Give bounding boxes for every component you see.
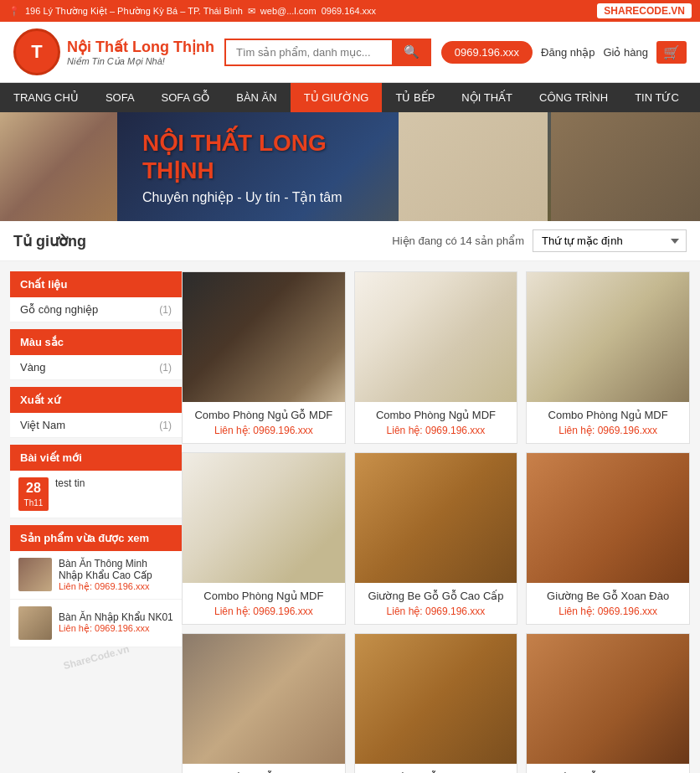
product-name: Giường Be Gỗ Xoan Đào xyxy=(535,590,681,602)
sharecode-badge: SHARECODE.VN xyxy=(597,3,692,18)
product-price: Liên hệ: 0969.196.xxx xyxy=(363,606,509,617)
xuat-xu-header: Xuất xứ xyxy=(10,387,182,413)
item-count: (1) xyxy=(159,362,172,374)
item-label: Gỗ công nghiệp xyxy=(20,303,98,316)
chat-lieu-item[interactable]: Gỗ công nghiệp(1) xyxy=(10,297,182,322)
blog-month: Th11 xyxy=(22,497,45,508)
search-input[interactable] xyxy=(224,39,392,66)
product-card[interactable]: Combo Phòng Ngủ Gỗ MDF Liên hệ: 0969.196… xyxy=(182,271,346,444)
cart-icon[interactable]: 🛒 xyxy=(656,41,687,64)
product-card[interactable]: Giường gỗ Xoan Đào Cao Cấp Liên hệ: 0969… xyxy=(526,633,690,773)
xuat-xu-item[interactable]: Việt Nam(1) xyxy=(10,413,182,438)
banner-image-right xyxy=(399,112,700,221)
product-card[interactable]: Combo Phòng Ngủ MDF Liên hệ: 0969.196.xx… xyxy=(182,452,346,625)
product-image-wrap xyxy=(527,272,689,402)
product-name: Combo Phòng Ngủ MDF xyxy=(535,409,681,421)
product-card[interactable]: Giường Gỗ Hương Liên hệ: 0969.196.xxx xyxy=(182,633,346,773)
product-info: Giường Be Gỗ Gỗ Cao Cấp Liên hệ: 0969.19… xyxy=(355,583,517,624)
nav-item-sofa-gỗ[interactable]: SOFA GỖ xyxy=(148,83,224,112)
header: T Nội Thất Long Thịnh Niềm Tin Của Mọi N… xyxy=(0,22,700,83)
item-count: (1) xyxy=(159,304,172,316)
product-card[interactable]: Giường Be Gỗ Xoan Đào Liên hệ: 0969.196.… xyxy=(526,452,690,625)
recent-thumb xyxy=(18,558,52,591)
item-label: Vàng xyxy=(20,361,45,374)
nav-item-liên-hệ[interactable]: LIÊN HỆ xyxy=(692,83,700,112)
nav-item-công-trình[interactable]: CÔNG TRÌNH xyxy=(526,83,621,112)
product-image xyxy=(355,453,517,583)
sidebar: Chất liệuGỗ công nghiệp(1)Màu sắcVàng(1)… xyxy=(10,271,182,773)
logo-letter: T xyxy=(31,41,42,63)
product-price: Liên hệ: 0969.196.xxx xyxy=(535,425,681,436)
logo-area: T Nội Thất Long Thịnh Niềm Tin Của Mọi N… xyxy=(13,28,214,75)
nav-item-bàn-ăn[interactable]: BÀN ĂN xyxy=(223,83,290,112)
product-name: Combo Phòng Ngủ MDF xyxy=(191,590,337,602)
product-price: Liên hệ: 0969.196.xxx xyxy=(191,425,337,436)
recent-info: Bàn Ăn Thông Minh Nhập Khẩu Cao Cấp Liên… xyxy=(59,558,173,592)
banner-img-r1 xyxy=(399,112,548,221)
top-bar-left: 📍 196 Lý Thường Kiệt – Phường Kỳ Bá – TP… xyxy=(8,6,376,17)
product-card[interactable]: Combo Phòng Ngủ MDF Liên hệ: 0969.196.xx… xyxy=(354,271,518,444)
product-image xyxy=(183,634,345,764)
sidebar-watermark: ShareCode.vn xyxy=(10,654,182,661)
phone-button[interactable]: 0969.196.xxx xyxy=(441,41,533,64)
product-price: Liên hệ: 0969.196.xxx xyxy=(191,606,337,617)
nav-item-tủ-giường[interactable]: TỦ GIƯỜNG xyxy=(291,83,383,112)
product-image-wrap xyxy=(527,453,689,583)
blog-title[interactable]: test tin xyxy=(55,477,85,489)
product-image xyxy=(527,453,689,583)
nav-item-tin-tức[interactable]: TIN TỨC xyxy=(621,83,692,112)
product-name: Combo Phòng Ngủ Gỗ MDF xyxy=(191,409,337,421)
recent-header: Sản phẩm vừa được xem xyxy=(10,525,182,551)
search-button[interactable]: 🔍 xyxy=(392,39,431,66)
nav-item-sofa[interactable]: SOFA xyxy=(92,83,148,112)
login-link[interactable]: Đăng nhập xyxy=(541,46,594,59)
logo-text: Nội Thất Long Thịnh Niềm Tin Của Mọi Nhà… xyxy=(67,38,214,67)
main-container: Chất liệuGỗ công nghiệp(1)Màu sắcVàng(1)… xyxy=(0,261,700,773)
product-name: Giường Be Gỗ Gỗ Cao Cấp xyxy=(363,590,509,602)
recent-name[interactable]: Bàn Ăn Nhập Khẩu NK01 xyxy=(59,611,173,623)
mau-sac-header: Màu sắc xyxy=(10,329,182,355)
banner-main-title: NỘI THẤT LONG THỊNH xyxy=(142,129,373,184)
product-info: Combo Phòng Ngủ Gỗ MDF Liên hệ: 0969.196… xyxy=(183,402,345,443)
chat-lieu-header: Chất liệu xyxy=(10,271,182,297)
recent-item[interactable]: Bàn Ăn Nhập Khẩu NK01 Liên hệ: 0969.196.… xyxy=(10,600,182,647)
brand-name: Nội Thất Long Thịnh xyxy=(67,38,214,56)
blog-item[interactable]: 28 Th11 test tin xyxy=(10,471,182,518)
recent-item[interactable]: Bàn Ăn Thông Minh Nhập Khẩu Cao Cấp Liên… xyxy=(10,551,182,600)
item-label: Việt Nam xyxy=(20,419,65,431)
product-card[interactable]: Giường Be Gỗ Gỗ Cao Cấp Liên hệ: 0969.19… xyxy=(354,452,518,625)
product-image-wrap xyxy=(527,634,689,764)
cart-link[interactable]: Giỏ hàng xyxy=(603,46,648,59)
sidebar-mau-sac: Màu sắcVàng(1) xyxy=(10,329,182,380)
nav-item-tủ-bếp[interactable]: TỦ BẾP xyxy=(382,83,448,112)
product-image-wrap xyxy=(183,272,345,402)
phone-text: 0969.164.xxx xyxy=(322,6,376,16)
sidebar-chat-lieu: Chất liệuGỗ công nghiệp(1) xyxy=(10,271,182,322)
nav-item-nội-thất[interactable]: NỘI THẤT xyxy=(448,83,526,112)
recent-price: Liên hệ: 0969.196.xxx xyxy=(59,581,173,592)
filter-area: Hiện đang có 14 sản phẩm Thứ tự mặc định… xyxy=(392,229,687,252)
product-card[interactable]: Giường Gỗ Xoan Đào Liên hệ: 0969.196.xxx xyxy=(354,633,518,773)
product-image-wrap xyxy=(355,634,517,764)
product-card[interactable]: Combo Phòng Ngủ MDF Liên hệ: 0969.196.xx… xyxy=(526,271,690,444)
product-image-wrap xyxy=(355,453,517,583)
sidebar-recent: Sản phẩm vừa được xem Bàn Ăn Thông Minh … xyxy=(10,525,182,647)
recent-name[interactable]: Bàn Ăn Thông Minh Nhập Khẩu Cao Cấp xyxy=(59,558,173,581)
product-price: Liên hệ: 0969.196.xxx xyxy=(363,425,509,436)
product-image-wrap xyxy=(183,634,345,764)
nav-item-trang-chủ[interactable]: TRANG CHỦ xyxy=(0,83,92,112)
product-image-wrap xyxy=(355,272,517,402)
blog-day: 28 xyxy=(22,480,45,497)
product-name: Combo Phòng Ngủ MDF xyxy=(363,409,509,421)
product-info: Giường Gỗ Xoan Đào Liên hệ: 0969.196.xxx xyxy=(355,764,517,773)
sort-select[interactable]: Thứ tự mặc địnhTheo giá: Thấp đến CaoThe… xyxy=(533,229,687,252)
navigation: TRANG CHỦSOFASOFA GỖBÀN ĂNTỦ GIƯỜNGTỦ BẾ… xyxy=(0,83,700,112)
email-text: web@...l.com xyxy=(260,6,317,16)
product-info: Giường gỗ Xoan Đào Cao Cấp Liên hệ: 0969… xyxy=(527,764,689,773)
logo-circle[interactable]: T xyxy=(13,28,60,75)
product-info: Combo Phòng Ngủ MDF Liên hệ: 0969.196.xx… xyxy=(183,583,345,624)
banner-image-left xyxy=(0,112,117,221)
search-area: 🔍 xyxy=(224,39,431,66)
product-image xyxy=(355,272,517,402)
mau-sac-item[interactable]: Vàng(1) xyxy=(10,355,182,380)
